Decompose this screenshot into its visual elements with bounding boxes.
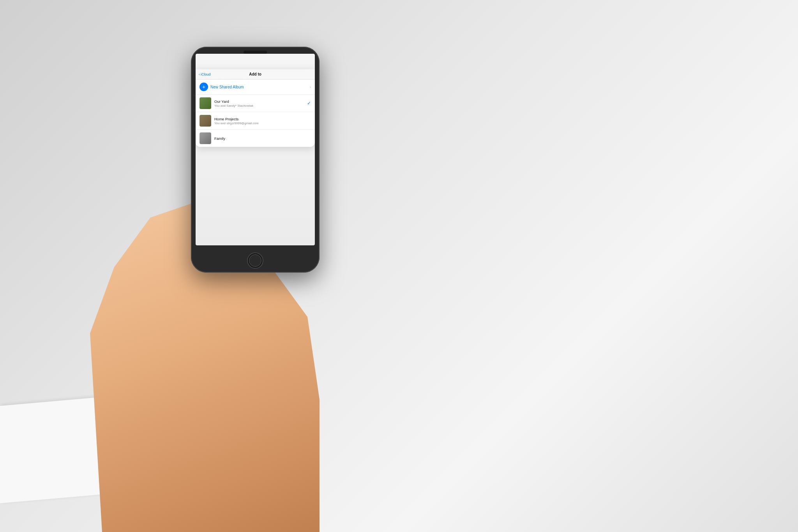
our-yard-thumbnail [200, 97, 211, 109]
home-projects-thumbnail [200, 115, 211, 127]
back-label: iCloud [201, 72, 211, 76]
add-to-nav: ‹ iCloud Add to [196, 69, 315, 79]
home-button-inner [249, 254, 261, 267]
album-home-projects[interactable]: Home Projects You and strgzr9999@gmail.c… [196, 112, 315, 130]
plus-icon: + [200, 83, 208, 91]
album-family[interactable]: Family [196, 130, 315, 147]
phone-screen: AT&T Wi-Fi 11:23 AM 84% [196, 54, 315, 245]
our-yard-checkmark: ✓ [307, 100, 311, 106]
our-yard-text: Our Yard You and Sandy* Stachowiak [214, 99, 304, 107]
back-chevron-icon: ‹ [199, 72, 200, 76]
home-button[interactable] [247, 252, 263, 269]
new-shared-album-item[interactable]: + New Shared Album › [196, 79, 315, 95]
add-to-title: Add to [249, 72, 261, 76]
phone-frame: AT&T Wi-Fi 11:23 AM 84% [191, 47, 320, 273]
family-thumbnail [200, 132, 211, 144]
chevron-right-icon: › [310, 85, 311, 89]
home-projects-text: Home Projects You and strgzr9999@gmail.c… [214, 117, 311, 125]
home-projects-name: Home Projects [214, 117, 311, 121]
add-to-back-button[interactable]: ‹ iCloud [199, 72, 211, 76]
camera-notch [244, 51, 267, 54]
album-our-yard[interactable]: Our Yard You and Sandy* Stachowiak ✓ [196, 95, 315, 112]
our-yard-subtitle: You and Sandy* Stachowiak [214, 104, 304, 107]
family-text: Family [214, 136, 311, 141]
home-projects-subtitle: You and strgzr9999@gmail.com [214, 122, 311, 125]
new-shared-album-label: New Shared Album [210, 85, 307, 89]
add-to-panel: ‹ iCloud Add to + New Shared Album › Our… [196, 69, 315, 147]
family-name: Family [214, 136, 311, 141]
our-yard-name: Our Yard [214, 99, 304, 104]
